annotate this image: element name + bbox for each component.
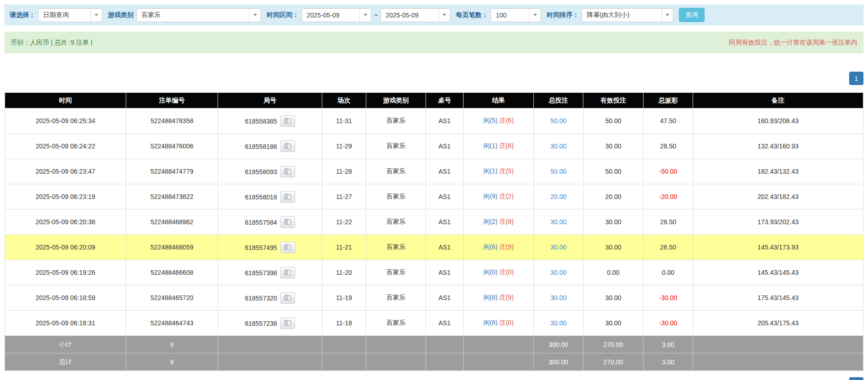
total-bet-link[interactable]: 30.00 <box>550 142 566 150</box>
date-to-select[interactable]: 2025-05-09 <box>381 8 450 22</box>
column-header: 桌号 <box>426 93 464 108</box>
query-type-select[interactable]: 日期查询 <box>38 8 102 22</box>
total-bet-link[interactable]: 50.00 <box>550 168 566 175</box>
search-button[interactable]: 查询 <box>679 8 705 22</box>
game-type-cell: 百家乐 <box>366 311 426 336</box>
cards-icon[interactable] <box>280 292 295 304</box>
page-1-button[interactable]: 1 <box>849 72 863 85</box>
time-cell: 2025-05-09 06:23:47 <box>5 159 126 184</box>
total-row-cell <box>322 353 366 371</box>
cards-icon[interactable] <box>280 267 295 278</box>
chevron-down-icon <box>359 9 371 22</box>
player-result: 闲(2) <box>483 218 498 225</box>
round-cell: 618558385 <box>218 108 322 134</box>
valid-bet-cell: 20.00 <box>583 184 644 210</box>
total-bet-link[interactable]: 30.00 <box>550 319 566 327</box>
date-to-value: 2025-05-09 <box>381 9 438 22</box>
column-header: 局号 <box>218 93 322 108</box>
cards-icon[interactable] <box>280 242 295 253</box>
game-type-cell: 百家乐 <box>366 108 426 134</box>
query-type-value: 日期查询 <box>39 9 90 22</box>
valid-bet-cell: 50.00 <box>583 159 644 184</box>
table-row: 2025-05-09 06:19:26522488466608618557398… <box>5 260 863 285</box>
total-bet-cell: 30.00 <box>534 235 583 260</box>
cards-icon[interactable] <box>280 115 295 127</box>
result-cell: 闲(9) 庄(2) <box>464 184 534 210</box>
chevron-down-icon <box>249 9 261 22</box>
table-row: 2025-05-09 06:20:09522488468059618557495… <box>5 235 863 260</box>
game-type-cell: 百家乐 <box>366 285 426 311</box>
page-1-button[interactable]: 1 <box>849 377 863 380</box>
table-no-cell: AS1 <box>426 108 464 134</box>
valid-bet-cell: 30.00 <box>583 210 644 235</box>
bet-id-cell: 522488468962 <box>126 210 218 235</box>
result-cell: 闲(0) 庄(0) <box>464 260 534 285</box>
note-cell: 145.43/145.43 <box>693 260 863 285</box>
round-cell: 618557320 <box>218 285 322 311</box>
total-bet-link[interactable]: 30.00 <box>550 294 566 301</box>
table-row: 2025-05-09 06:23:19522488473822618558018… <box>5 184 863 210</box>
page-size-select[interactable]: 100 <box>491 8 541 22</box>
cards-icon[interactable] <box>280 191 295 203</box>
table-no-cell: AS1 <box>426 311 464 336</box>
bet-id-cell: 522488478358 <box>126 108 218 134</box>
cards-icon[interactable] <box>280 166 295 177</box>
result-cell: 闲(8) 庄(0) <box>464 311 534 336</box>
round-id: 618558385 <box>245 117 277 125</box>
time-cell: 2025-05-09 06:19:26 <box>5 260 126 285</box>
round-cell: 618557584 <box>218 210 322 235</box>
chevron-down-icon <box>90 9 102 22</box>
total-bet-link[interactable]: 50.00 <box>550 117 566 125</box>
column-header: 场次 <box>322 93 366 108</box>
cards-icon[interactable] <box>280 318 295 329</box>
note-cell: 182.43/132.43 <box>693 159 863 184</box>
payout-cell: 47.50 <box>644 108 693 134</box>
cards-icon[interactable] <box>280 141 295 152</box>
valid-bet-cell: 50.00 <box>583 108 644 134</box>
payout-cell: -30.00 <box>644 311 693 336</box>
total-row-cell: 3.00 <box>644 353 693 371</box>
note-cell: 175.43/145.43 <box>693 285 863 311</box>
game-type-cell: 百家乐 <box>366 235 426 260</box>
table-no-cell: AS1 <box>426 285 464 311</box>
round-id: 618557398 <box>245 269 277 276</box>
table-no-cell: AS1 <box>426 134 464 159</box>
time-cell: 2025-05-09 06:23:19 <box>5 184 126 210</box>
session-cell: 11-20 <box>322 260 366 285</box>
bet-records-table: 时间注单编号局号场次游戏类别桌号结果总投注有效投注总派彩备注 2025-05-0… <box>5 92 863 371</box>
game-type-value: 百家乐 <box>137 9 249 22</box>
page: 请选择： 日期查询 游戏类别 百家乐 时间区间： 2025-05-09 ~ 20… <box>0 0 868 380</box>
time-cell: 2025-05-09 06:18:59 <box>5 285 126 311</box>
banker-result: 庄(8) <box>499 218 514 225</box>
round-id: 618557238 <box>245 319 277 327</box>
note-cell: 202.43/182.43 <box>693 184 863 210</box>
round-cell: 618557495 <box>218 235 322 260</box>
result-cell: 闲(5) 庄(6) <box>464 108 534 134</box>
subtotal-row-cell <box>322 336 366 353</box>
round-cell: 618558186 <box>218 134 322 159</box>
total-bet-link[interactable]: 20.00 <box>550 193 566 200</box>
date-from-select[interactable]: 2025-05-09 <box>302 8 371 22</box>
total-bet-link[interactable]: 30.00 <box>550 244 566 251</box>
page-size-value: 100 <box>491 9 529 22</box>
table-no-cell: AS1 <box>426 184 464 210</box>
total-row-cell: 300.00 <box>534 353 583 371</box>
chevron-down-icon <box>529 9 541 22</box>
column-header: 备注 <box>693 93 863 108</box>
banker-result: 庄(0) <box>499 268 514 276</box>
payout-cell: 28.50 <box>644 210 693 235</box>
player-result: 闲(5) <box>483 117 498 124</box>
total-bet-link[interactable]: 30.00 <box>550 269 566 276</box>
banker-result: 庄(9) <box>499 243 514 250</box>
note-cell: 132.43/160.93 <box>693 134 863 159</box>
banker-result: 庄(0) <box>499 319 514 326</box>
subtotal-row-cell <box>693 336 863 353</box>
table-no-cell: AS1 <box>426 235 464 260</box>
cards-icon[interactable] <box>280 216 295 228</box>
sort-select[interactable]: 降幂(由大到小) <box>582 8 673 22</box>
total-bet-cell: 50.00 <box>534 159 583 184</box>
game-type-select[interactable]: 百家乐 <box>136 8 261 22</box>
round-cell: 618558093 <box>218 159 322 184</box>
total-bet-link[interactable]: 30.00 <box>550 218 566 226</box>
table-no-cell: AS1 <box>426 159 464 184</box>
